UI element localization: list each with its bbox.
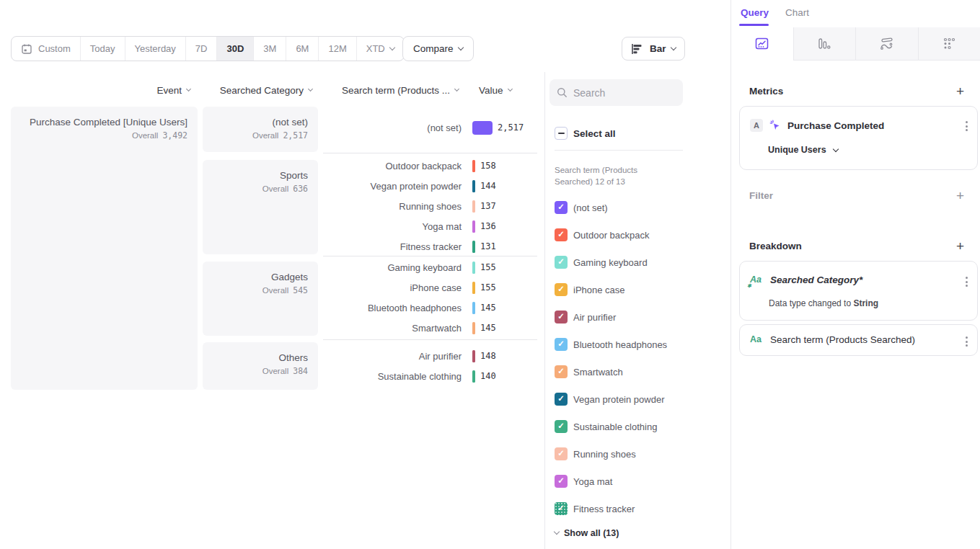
tab-chart[interactable]: Chart bbox=[785, 7, 809, 18]
tab-query[interactable]: Query bbox=[741, 7, 769, 18]
date-xtd-button[interactable]: XTD bbox=[356, 37, 404, 61]
table-row[interactable]: Gaming keyboard 155 bbox=[323, 257, 539, 277]
value-bar bbox=[472, 121, 493, 135]
table-row[interactable]: Yoga mat 136 bbox=[323, 216, 539, 236]
date-7d-button[interactable]: 7D bbox=[185, 37, 217, 61]
list-item[interactable]: ✓ Bluetooth headphones bbox=[555, 338, 667, 351]
table-row[interactable]: Smartwatch 145 bbox=[323, 318, 539, 338]
breakdown-menu-button[interactable] bbox=[966, 336, 968, 347]
check-icon: ✓ bbox=[557, 395, 565, 403]
checkbox[interactable]: ✓ bbox=[555, 447, 568, 460]
list-item[interactable]: ✓ (not set) bbox=[555, 201, 608, 214]
date-12m-button[interactable]: 12M bbox=[318, 37, 356, 61]
date-yesterday-button[interactable]: Yesterday bbox=[125, 37, 185, 61]
category-cell-others[interactable]: Others Overall384 bbox=[203, 342, 318, 390]
tab-flows[interactable] bbox=[855, 27, 918, 61]
breakdown-menu-button[interactable] bbox=[966, 277, 968, 287]
table-row[interactable]: iPhone case 155 bbox=[323, 277, 539, 298]
filter-divider bbox=[555, 150, 683, 151]
checkbox[interactable]: ✓ bbox=[555, 420, 568, 433]
checkbox[interactable]: ✓ bbox=[555, 228, 568, 241]
column-header-event[interactable]: Event bbox=[11, 84, 190, 97]
metric-card[interactable]: A Purchase Completed Unique Users bbox=[739, 106, 978, 170]
aggregation-dropdown[interactable]: Unique Users bbox=[768, 145, 838, 155]
checkbox[interactable]: ✓ bbox=[555, 502, 568, 515]
check-icon: ✓ bbox=[557, 313, 565, 321]
search-box[interactable] bbox=[549, 79, 683, 106]
checkbox[interactable]: ✓ bbox=[555, 338, 568, 351]
checkbox[interactable]: ✓ bbox=[555, 311, 568, 323]
active-tab-underline bbox=[739, 24, 769, 26]
checkbox[interactable]: ✓ bbox=[555, 283, 568, 296]
checkbox[interactable]: ✓ bbox=[555, 256, 568, 269]
date-today-button[interactable]: Today bbox=[80, 37, 125, 61]
list-item[interactable]: ✓ Air purifier bbox=[555, 311, 616, 323]
checkbox[interactable]: ✓ bbox=[555, 201, 568, 214]
list-item[interactable]: ✓ Sustainable clothing bbox=[555, 420, 657, 433]
list-item[interactable]: ✓ Gaming keyboard bbox=[555, 256, 648, 269]
table-row[interactable]: Air purifier 148 bbox=[323, 346, 539, 366]
table-row[interactable]: Fitness tracker 131 bbox=[323, 236, 539, 256]
metric-menu-button[interactable] bbox=[966, 121, 968, 131]
breakdown-header: Breakdown bbox=[749, 241, 802, 251]
date-custom-label: Custom bbox=[38, 43, 71, 54]
category-cell-sports[interactable]: Sports Overall636 bbox=[203, 160, 318, 254]
value-bar bbox=[472, 160, 475, 172]
compare-button[interactable]: Compare bbox=[402, 36, 474, 61]
table-row[interactable]: Outdoor backpack 158 bbox=[323, 156, 539, 176]
category-cell-not-set[interactable]: (not set) Overall2,517 bbox=[203, 107, 318, 152]
table-row[interactable]: Bluetooth headphones 145 bbox=[323, 298, 539, 318]
date-range-selector[interactable]: Custom Today Yesterday 7D 30D 3M 6M 12M … bbox=[11, 36, 405, 61]
breakdown-card[interactable]: Aa Search term (Products Searched) bbox=[739, 324, 978, 356]
list-item[interactable]: ✓ Vegan protein powder bbox=[555, 393, 664, 406]
date-30d-button[interactable]: 30D bbox=[216, 37, 253, 61]
check-icon: ✓ bbox=[557, 231, 565, 239]
row-divider bbox=[323, 256, 537, 256]
add-filter-button[interactable]: + bbox=[956, 189, 964, 202]
search-input[interactable] bbox=[573, 87, 667, 99]
column-header-category[interactable]: Searched Category bbox=[203, 84, 312, 97]
table-row[interactable]: (not set) 2,517 bbox=[323, 117, 539, 138]
list-item[interactable]: ✓ iPhone case bbox=[555, 283, 625, 296]
flows-icon bbox=[880, 37, 893, 50]
tab-funnels[interactable] bbox=[793, 27, 856, 61]
check-icon: ✓ bbox=[557, 340, 565, 349]
breakdown-property-name: Searched Category* bbox=[770, 274, 862, 285]
checkbox[interactable]: ✓ bbox=[555, 393, 568, 406]
list-item[interactable]: ✓ Running shoes bbox=[555, 447, 636, 460]
chart-type-button[interactable]: Bar bbox=[622, 37, 685, 61]
table-row[interactable]: Running shoes 137 bbox=[323, 196, 539, 216]
date-custom-button[interactable]: Custom bbox=[12, 37, 80, 61]
date-3m-button[interactable]: 3M bbox=[253, 37, 286, 61]
category-cell-gadgets[interactable]: Gadgets Overall545 bbox=[203, 262, 318, 336]
chevron-down-icon bbox=[389, 44, 395, 50]
breakdown-card[interactable]: Aa Searched Category* Data type changed … bbox=[739, 261, 978, 321]
checkbox[interactable]: ✓ bbox=[555, 475, 568, 488]
select-all-checkbox[interactable] bbox=[555, 127, 568, 140]
add-metric-button[interactable]: + bbox=[956, 84, 964, 98]
list-item[interactable]: ✓ Yoga mat bbox=[555, 475, 612, 488]
select-all-row[interactable]: Select all bbox=[555, 127, 616, 140]
horizontal-bar-chart-icon bbox=[631, 43, 644, 55]
check-icon: ✓ bbox=[557, 285, 565, 294]
column-header-value[interactable]: Value bbox=[479, 84, 512, 97]
metric-badge: A bbox=[750, 119, 763, 132]
event-cell[interactable]: Purchase Completed [Unique Users] Overal… bbox=[11, 107, 198, 390]
check-icon: ✓ bbox=[557, 367, 565, 376]
check-icon: ✓ bbox=[557, 258, 565, 267]
list-item[interactable]: ✓ Smartwatch bbox=[555, 365, 623, 378]
value-bar bbox=[472, 350, 475, 362]
column-header-term[interactable]: Search term (Products ... bbox=[323, 84, 459, 97]
calendar-icon bbox=[21, 43, 32, 55]
table-row[interactable]: Vegan protein powder 144 bbox=[323, 176, 539, 196]
tab-insights[interactable] bbox=[731, 27, 793, 61]
add-breakdown-button[interactable]: + bbox=[956, 239, 964, 253]
tab-retention[interactable] bbox=[918, 27, 980, 61]
checkbox[interactable]: ✓ bbox=[555, 365, 568, 378]
value-bar bbox=[472, 220, 475, 233]
list-item[interactable]: ✓ Outdoor backpack bbox=[555, 228, 650, 241]
table-row[interactable]: Sustainable clothing 140 bbox=[323, 366, 539, 386]
show-all-link[interactable]: Show all (13) bbox=[555, 528, 619, 538]
date-6m-button[interactable]: 6M bbox=[286, 37, 318, 61]
list-item[interactable]: ✓ Fitness tracker bbox=[555, 502, 635, 515]
